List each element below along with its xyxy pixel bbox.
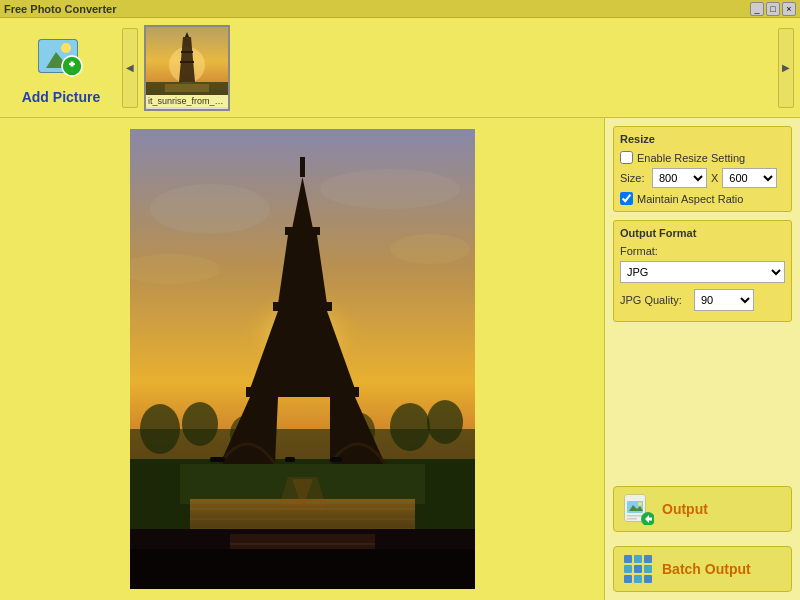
- x-separator: X: [711, 172, 718, 184]
- add-picture-icon: [34, 30, 89, 85]
- window-controls: _ □ ×: [750, 2, 796, 16]
- add-picture-button[interactable]: Add Picture: [6, 23, 116, 113]
- output-format-section: Output Format Format: JPG PNG BMP GIF TI…: [613, 220, 792, 322]
- svg-rect-14: [165, 84, 209, 92]
- quality-select[interactable]: 90 100 85 80 75 70 60 50: [694, 289, 754, 311]
- svg-rect-65: [644, 555, 652, 563]
- batch-output-button-label: Batch Output: [662, 561, 751, 577]
- thumbnail-item[interactable]: it_sunrise_from_the_: [144, 25, 230, 111]
- svg-point-58: [638, 502, 642, 506]
- batch-output-icon: [622, 553, 654, 585]
- close-button[interactable]: ×: [782, 2, 796, 16]
- batch-output-button[interactable]: Batch Output: [613, 546, 792, 592]
- svg-point-27: [427, 400, 463, 444]
- title-bar: Free Photo Converter _ □ ×: [0, 0, 800, 18]
- add-picture-label: Add Picture: [22, 89, 101, 105]
- svg-rect-71: [644, 575, 652, 583]
- aspect-ratio-label: Maintain Aspect Ratio: [637, 193, 743, 205]
- svg-rect-52: [330, 457, 342, 462]
- enable-resize-label: Enable Resize Setting: [637, 152, 745, 164]
- svg-rect-68: [644, 565, 652, 573]
- svg-point-25: [182, 402, 218, 446]
- quality-label: JPG Quality:: [620, 294, 690, 306]
- svg-rect-50: [130, 549, 475, 589]
- aspect-row: Maintain Aspect Ratio: [620, 192, 785, 205]
- maximize-button[interactable]: □: [766, 2, 780, 16]
- size-label: Size:: [620, 172, 648, 184]
- image-preview: [0, 118, 604, 600]
- format-label: Format:: [620, 245, 690, 257]
- svg-rect-53: [285, 457, 295, 462]
- svg-rect-6: [70, 62, 73, 67]
- svg-point-19: [150, 184, 270, 234]
- svg-rect-64: [634, 555, 642, 563]
- svg-rect-60: [627, 518, 637, 520]
- resize-title: Resize: [620, 133, 785, 145]
- aspect-ratio-checkbox[interactable]: [620, 192, 633, 205]
- svg-point-20: [320, 169, 460, 209]
- minimize-button[interactable]: _: [750, 2, 764, 16]
- svg-rect-43: [273, 302, 332, 311]
- svg-rect-69: [624, 575, 632, 583]
- enable-resize-checkbox[interactable]: [620, 151, 633, 164]
- svg-rect-41: [285, 227, 320, 235]
- svg-point-3: [61, 43, 71, 53]
- quality-row: JPG Quality: 90 100 85 80 75 70 60 50: [620, 289, 785, 311]
- svg-rect-39: [300, 157, 305, 177]
- svg-rect-67: [634, 565, 642, 573]
- output-format-title: Output Format: [620, 227, 785, 239]
- svg-rect-59: [627, 515, 643, 517]
- output-button[interactable]: Output: [613, 486, 792, 532]
- format-select[interactable]: JPG PNG BMP GIF TIFF: [620, 261, 785, 283]
- app-title: Free Photo Converter: [4, 3, 750, 15]
- thumbnail-strip: it_sunrise_from_the_: [144, 24, 772, 112]
- nav-left-arrow[interactable]: ◀: [122, 28, 138, 108]
- svg-rect-45: [246, 387, 359, 397]
- nav-right-arrow[interactable]: ▶: [778, 28, 794, 108]
- svg-rect-63: [624, 555, 632, 563]
- height-select[interactable]: 600 768 960 480 240: [722, 168, 777, 188]
- output-button-label: Output: [662, 501, 708, 517]
- right-panel: Resize Enable Resize Setting Size: 800 1…: [604, 118, 800, 600]
- svg-rect-66: [624, 565, 632, 573]
- enable-resize-row: Enable Resize Setting: [620, 151, 785, 164]
- main-area: Resize Enable Resize Setting Size: 800 1…: [0, 118, 800, 600]
- svg-point-21: [390, 234, 470, 264]
- output-icon: [622, 493, 654, 525]
- thumbnail-image: [145, 27, 229, 95]
- resize-section: Resize Enable Resize Setting Size: 800 1…: [613, 126, 792, 212]
- svg-point-24: [140, 404, 180, 454]
- size-row: Size: 800 1024 1280 640 320 X 600 768 96…: [620, 168, 785, 188]
- svg-rect-51: [210, 457, 225, 462]
- svg-rect-70: [634, 575, 642, 583]
- width-select[interactable]: 800 1024 1280 640 320: [652, 168, 707, 188]
- preview-container: [130, 129, 475, 589]
- svg-point-26: [390, 403, 430, 451]
- toolbar: Add Picture ◀: [0, 18, 800, 118]
- thumbnail-label: it_sunrise_from_the_: [146, 95, 228, 107]
- format-row: Format:: [620, 245, 785, 257]
